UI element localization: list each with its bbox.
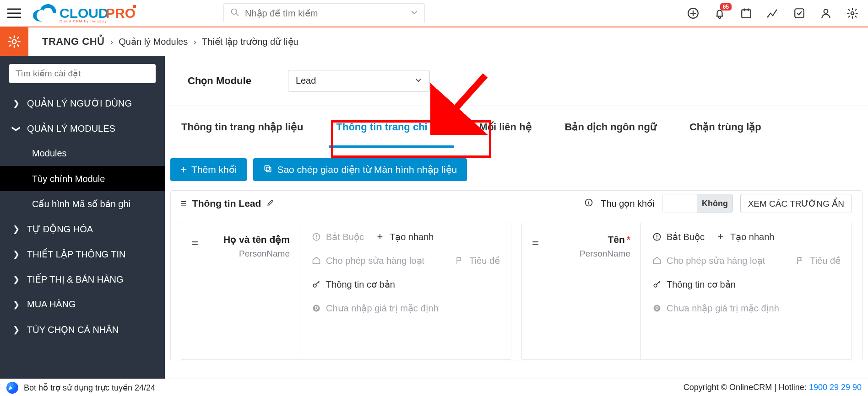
svg-point-10	[776, 10, 777, 11]
sidebar-item-info[interactable]: ❯THIẾT LẬP THÔNG TIN	[0, 241, 165, 267]
global-search[interactable]	[223, 3, 425, 23]
field-type: PersonName	[532, 249, 630, 259]
sidebar-item-users[interactable]: ❯QUẢN LÝ NGƯỜI DÙNG	[0, 91, 165, 116]
global-search-input[interactable]	[244, 8, 411, 19]
sidebar-sub-customize-module[interactable]: Tùy chỉnh Module	[0, 166, 165, 191]
sidebar-item-modules[interactable]: ❯QUẢN LÝ MODULES	[0, 116, 165, 141]
required-icon	[652, 232, 662, 242]
svg-rect-2	[133, 5, 136, 8]
drag-handle-icon[interactable]: =	[532, 236, 539, 250]
chevron-right-icon: ›	[110, 37, 114, 47]
copy-layout-button[interactable]: Sao chép giao diện từ Màn hình nhập liệu	[253, 158, 467, 181]
basic-info-option[interactable]: Thông tin cơ bản	[311, 279, 395, 290]
default-value-option[interactable]: DChưa nhập giá trị mặc định	[652, 303, 779, 314]
svg-text:D: D	[655, 305, 658, 310]
collapse-label: Thu gọn khối	[601, 198, 654, 209]
plus-circle-icon	[687, 7, 699, 19]
field-name: Tên*	[532, 234, 630, 245]
quick-create-option[interactable]: +Tạo nhanh	[716, 231, 775, 242]
field-name: Họ và tên đệm	[191, 234, 290, 245]
sidebar-sub-modules[interactable]: Modules	[0, 141, 165, 166]
option-label: Cho phép sửa hàng loạt	[667, 255, 765, 266]
sidebar-item-label: QUẢN LÝ NGƯỜI DÙNG	[27, 98, 132, 109]
required-option[interactable]: Bắt Buộc	[652, 231, 705, 242]
settings-panel-toggle[interactable]	[0, 27, 28, 56]
mass-edit-option[interactable]: Cho phép sửa hàng loạt	[311, 255, 424, 266]
calendar-button[interactable]	[740, 7, 753, 20]
breadcrumb-home[interactable]: TRANG CHỦ	[42, 36, 105, 48]
sidebar-item-label: MUA HÀNG	[27, 299, 76, 310]
sidebar-item-automation[interactable]: ❯TỰ ĐỘNG HÓA	[0, 216, 165, 241]
svg-text:CLOUD: CLOUD	[60, 5, 108, 21]
notifications-button[interactable]: 65	[713, 7, 726, 20]
sidebar-item-personal[interactable]: ❯TÙY CHỌN CÁ NHÂN	[0, 317, 165, 342]
settings-button[interactable]	[846, 7, 859, 20]
toggle-on[interactable]	[662, 194, 698, 213]
module-select[interactable]: Lead	[288, 70, 430, 92]
tab-translation[interactable]: Bản dịch ngôn ngữ	[548, 106, 673, 148]
tab-detail-page[interactable]: Thông tin trang chi tiết	[320, 106, 463, 148]
svg-point-8	[770, 13, 771, 14]
sidebar-item-label: THIẾT LẬP THÔNG TIN	[27, 249, 126, 260]
plus-icon: +	[716, 232, 726, 242]
field-card: = Tên* PersonName Bắt Buộc +Tạo nhanh Ch…	[521, 223, 852, 360]
basic-info-option[interactable]: Thông tin cơ bản	[652, 279, 736, 290]
tab-input-page[interactable]: Thông tin trang nhập liệu	[165, 106, 320, 148]
sidebar-sub-record-id[interactable]: Cấu hình Mã số bản ghi	[0, 191, 165, 216]
chevron-right-icon: ❯	[13, 300, 20, 310]
logo[interactable]: CLOUD PRO Cloud CRM by Industry	[31, 3, 136, 23]
sidebar-item-marketing[interactable]: ❯TIẾP THỊ & BÁN HÀNG	[0, 267, 165, 292]
default-value-option[interactable]: DChưa nhập giá trị mặc định	[311, 303, 439, 314]
hotline-number[interactable]: 1900 29 29 90	[809, 383, 862, 392]
chevron-right-icon: ❯	[13, 249, 20, 259]
default-icon: D	[652, 303, 662, 313]
block-panel: ≡ Thông tin Lead Thu gọn khối Không XEM …	[170, 190, 863, 360]
toggle-off[interactable]: Không	[697, 194, 732, 213]
key-icon	[311, 279, 321, 289]
edit-title-button[interactable]	[266, 198, 275, 209]
block-title: Thông tin Lead	[192, 198, 261, 209]
drag-handle-icon[interactable]: ≡	[181, 198, 187, 209]
option-label: Bắt Buộc	[326, 231, 364, 242]
reports-button[interactable]	[766, 7, 779, 20]
chevron-right-icon: ❯	[13, 325, 20, 335]
tasks-button[interactable]	[793, 7, 806, 20]
module-picker-label: Chọn Module	[188, 75, 251, 87]
info-icon	[584, 198, 593, 209]
drag-handle-icon[interactable]: =	[191, 236, 198, 250]
svg-text:PRO: PRO	[106, 5, 136, 21]
quick-create-option[interactable]: +Tạo nhanh	[375, 231, 434, 242]
breadcrumb-link[interactable]: Quản lý Modules	[119, 36, 188, 47]
button-label: Thêm khối	[191, 164, 237, 175]
svg-text:Cloud CRM by Industry: Cloud CRM by Industry	[60, 19, 107, 23]
required-option[interactable]: Bắt Buộc	[311, 231, 364, 242]
required-icon	[311, 232, 321, 242]
title-option[interactable]: Tiêu đề	[795, 255, 841, 266]
view-hidden-fields-button[interactable]: XEM CÁC TRƯỜNG ẨN	[740, 194, 852, 213]
sidebar-item-purchase[interactable]: ❯MUA HÀNG	[0, 292, 165, 317]
key-icon	[652, 279, 662, 289]
messenger-icon[interactable]	[6, 382, 18, 394]
copyright-text: Copyright © OnlineCRM	[684, 383, 772, 392]
sidebar-item-label: QUẢN LÝ MODULES	[27, 123, 115, 134]
add-button[interactable]	[687, 7, 700, 20]
hamburger-menu[interactable]	[0, 0, 28, 27]
profile-button[interactable]	[819, 7, 832, 20]
check-square-icon	[793, 7, 805, 19]
gear-icon	[846, 7, 858, 19]
tab-relations[interactable]: Mối liên hệ	[463, 106, 548, 148]
svg-point-4	[232, 9, 237, 15]
svg-point-12	[824, 9, 828, 13]
flag-icon	[795, 256, 805, 266]
mass-edit-option[interactable]: Cho phép sửa hàng loạt	[652, 255, 765, 266]
field-card: = Họ và tên đệm PersonName Bắt Buộc +Tạo…	[181, 223, 511, 360]
chevron-right-icon: ❯	[13, 224, 20, 234]
tab-duplicate[interactable]: Chặn trùng lặp	[673, 106, 778, 148]
collapse-toggle[interactable]: Không	[662, 194, 733, 213]
flag-icon	[455, 256, 465, 266]
option-label: Chưa nhập giá trị mặc định	[326, 303, 439, 314]
chevron-right-icon: ❯	[13, 98, 20, 108]
settings-search-input[interactable]	[9, 64, 156, 83]
add-block-button[interactable]: + Thêm khối	[170, 158, 247, 181]
title-option[interactable]: Tiêu đề	[455, 255, 500, 266]
